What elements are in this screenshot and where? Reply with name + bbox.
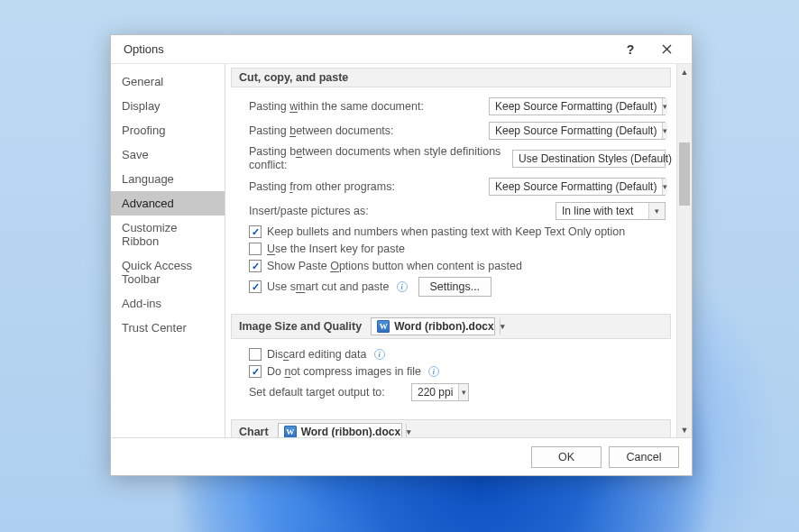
ok-button[interactable]: OK — [531, 446, 602, 468]
dialog-footer: OK Cancel — [111, 437, 692, 475]
scroll-track[interactable] — [677, 79, 692, 422]
label-insert-key: Use the Insert key for paste — [267, 243, 405, 255]
sidebar-item-save[interactable]: Save — [111, 142, 225, 167]
dropdown-value: Keep Source Formatting (Default) — [490, 180, 662, 193]
sidebar-item-advanced[interactable]: Advanced — [111, 191, 225, 216]
checkbox-no-compress[interactable]: ✓ — [249, 365, 262, 378]
dropdown-insert-pictures[interactable]: In line with text ▾ — [556, 202, 666, 220]
close-icon — [662, 44, 672, 54]
scroll-up-button[interactable]: ▲ — [677, 64, 692, 79]
section-image-quality: Image Size and Quality WWord (ribbon).do… — [231, 314, 671, 339]
checkbox-paste-options[interactable]: ✓ — [249, 260, 262, 272]
checkbox-discard-editing[interactable] — [249, 348, 262, 361]
sidebar-item-general[interactable]: General — [111, 69, 225, 94]
label-smart-cut: Use smart cut and paste — [267, 280, 390, 293]
dropdown-value: Keep Source Formatting (Default) — [490, 100, 662, 113]
help-icon: ? — [627, 42, 635, 57]
dropdown-image-quality-file[interactable]: WWord (ribbon).docx ▾ — [371, 317, 495, 335]
section-title: Chart — [239, 426, 269, 437]
chevron-down-icon: ▾ — [406, 424, 411, 437]
info-icon[interactable]: i — [397, 281, 408, 292]
chevron-down-icon: ▾ — [662, 123, 667, 139]
scroll-thumb[interactable] — [679, 142, 690, 206]
label-paste-within: Pasting within the same document: — [249, 100, 489, 113]
label-paste-other: Pasting from other programs: — [249, 180, 489, 193]
label-no-compress: Do not compress images in file — [267, 365, 421, 378]
label-paste-between: Pasting between documents: — [249, 124, 489, 137]
section-chart: Chart WWord (ribbon).docx ▾ — [231, 419, 671, 437]
chevron-down-icon: ▾ — [500, 318, 505, 335]
dropdown-paste-conflict[interactable]: Use Destination Styles (Default) ▾ — [512, 150, 666, 168]
chevron-down-icon: ▾ — [458, 384, 468, 400]
checkbox-smart-cut[interactable]: ✓ — [249, 280, 262, 293]
dropdown-value: Word (ribbon).docx — [301, 426, 400, 437]
label-keep-bullets: Keep bullets and numbers when pasting te… — [267, 225, 625, 238]
window-title: Options — [124, 42, 612, 56]
dropdown-target-output[interactable]: 220 ppi ▾ — [411, 383, 469, 401]
dropdown-value: In line with text — [556, 205, 638, 217]
help-button[interactable]: ? — [612, 35, 648, 64]
scroll-down-button[interactable]: ▼ — [677, 422, 692, 437]
dropdown-value: 220 ppi — [412, 386, 458, 399]
checkbox-insert-key[interactable] — [249, 243, 262, 255]
section-title: Cut, copy, and paste — [239, 71, 348, 84]
dropdown-chart-file[interactable]: WWord (ribbon).docx ▾ — [278, 423, 402, 437]
word-file-icon: W — [377, 320, 390, 333]
word-file-icon: W — [284, 426, 297, 437]
info-icon[interactable]: i — [374, 349, 385, 360]
section-title: Image Size and Quality — [239, 320, 362, 333]
options-dialog: Options ? General Display Proofing Save … — [110, 34, 693, 476]
smart-cut-settings-button[interactable]: Settings... — [418, 277, 492, 297]
titlebar: Options ? — [111, 35, 692, 64]
sidebar-item-display[interactable]: Display — [111, 94, 225, 118]
sidebar-item-customize-ribbon[interactable]: Customize Ribbon — [111, 216, 225, 253]
info-icon[interactable]: i — [428, 366, 439, 377]
advanced-panel: Cut, copy, and paste Pasting within the … — [225, 64, 676, 437]
label-target-output: Set default target output to: — [249, 386, 411, 399]
section-cut-copy-paste: Cut, copy, and paste — [231, 68, 671, 87]
label-discard-editing: Discard editing data — [267, 348, 367, 361]
checkbox-keep-bullets[interactable]: ✓ — [249, 225, 262, 238]
label-paste-options: Show Paste Options button when content i… — [267, 260, 522, 272]
dropdown-paste-other[interactable]: Keep Source Formatting (Default) ▾ — [489, 178, 666, 196]
sidebar-item-proofing[interactable]: Proofing — [111, 118, 225, 142]
cancel-button[interactable]: Cancel — [609, 446, 679, 468]
chevron-down-icon: ▾ — [662, 98, 667, 115]
vertical-scrollbar[interactable]: ▲ ▼ — [676, 64, 692, 437]
category-sidebar: General Display Proofing Save Language A… — [111, 64, 225, 437]
label-insert-pictures: Insert/paste pictures as: — [249, 205, 556, 217]
label-paste-conflict: Pasting between documents when style def… — [249, 145, 512, 172]
sidebar-item-quick-access[interactable]: Quick Access Toolbar — [111, 253, 225, 291]
sidebar-item-trust-center[interactable]: Trust Center — [111, 316, 225, 340]
sidebar-item-addins[interactable]: Add-ins — [111, 291, 225, 316]
dropdown-value: Keep Source Formatting (Default) — [490, 124, 662, 137]
dropdown-value: Word (ribbon).docx — [394, 320, 493, 333]
dropdown-paste-between[interactable]: Keep Source Formatting (Default) ▾ — [489, 122, 666, 140]
dropdown-value: Use Destination Styles (Default) — [513, 152, 676, 165]
dropdown-paste-within[interactable]: Keep Source Formatting (Default) ▾ — [489, 97, 666, 115]
chevron-down-icon: ▾ — [662, 179, 667, 195]
sidebar-item-language[interactable]: Language — [111, 167, 225, 191]
chevron-down-icon: ▾ — [648, 203, 665, 219]
close-button[interactable] — [648, 35, 684, 64]
